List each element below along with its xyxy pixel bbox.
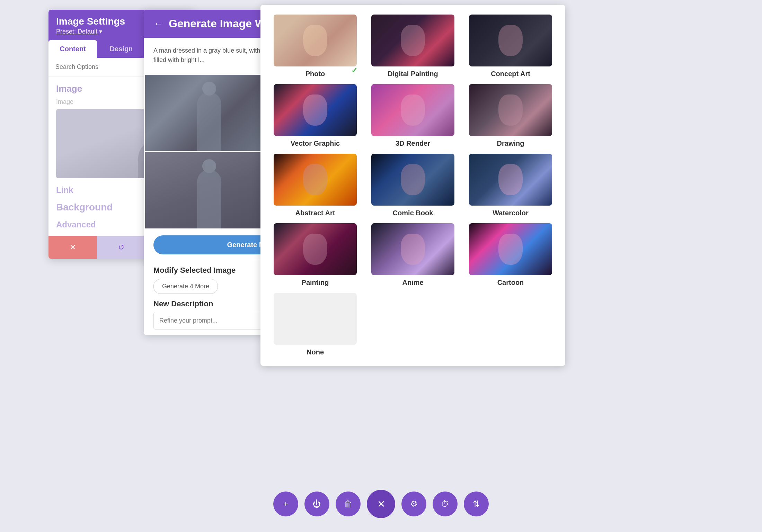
delete-button[interactable]: 🗑 — [336, 492, 361, 516]
style-label-cartoon: Cartoon — [497, 279, 524, 287]
tab-content[interactable]: Content — [48, 40, 97, 58]
person-figure-1 — [197, 92, 221, 151]
style-label-photo: Photo — [305, 70, 325, 78]
style-image-digital — [371, 15, 454, 66]
add-button[interactable]: + — [273, 492, 298, 516]
style-item-photo[interactable]: Photo ✓ — [270, 15, 360, 78]
adjust-icon: ⇅ — [473, 499, 480, 509]
abstract-face — [303, 164, 327, 195]
panel-title: Image Settings — [56, 16, 125, 27]
style-label-anime: Anime — [402, 279, 423, 287]
style-item-3d-render[interactable]: 3D Render — [368, 84, 458, 147]
adjust-button[interactable]: ⇅ — [464, 492, 489, 516]
undo-button[interactable]: ↺ — [97, 236, 145, 259]
style-label-none: None — [307, 348, 324, 356]
style-image-comic — [371, 154, 454, 206]
style-image-none — [274, 293, 357, 345]
style-image-cartoon — [469, 223, 552, 275]
style-label-drawing: Drawing — [497, 139, 524, 147]
style-image-vector — [274, 84, 357, 136]
style-item-none[interactable]: None — [270, 293, 360, 356]
panel-preset: Preset: Default ▾ — [56, 28, 125, 35]
photo-face — [303, 25, 327, 56]
style-item-cartoon[interactable]: Cartoon — [466, 223, 556, 287]
power-button[interactable]: ⏻ — [304, 492, 329, 516]
add-icon: + — [283, 499, 288, 509]
style-item-abstract-art[interactable]: Abstract Art — [270, 154, 360, 217]
drawing-face — [498, 94, 523, 126]
generate-4-more-button[interactable]: Generate 4 More — [153, 279, 218, 294]
gear-icon: ⚙ — [410, 499, 418, 509]
style-item-vector-graphic[interactable]: Vector Graphic — [270, 84, 360, 147]
close-button[interactable]: ✕ — [367, 490, 395, 518]
back-arrow-icon[interactable]: ← — [153, 18, 163, 29]
power-icon: ⏻ — [313, 499, 321, 509]
cancel-button[interactable]: ✕ — [48, 236, 97, 259]
vector-face — [303, 94, 327, 126]
style-image-drawing — [469, 84, 552, 136]
style-label-watercolor: Watercolor — [493, 209, 529, 217]
style-image-photo — [274, 15, 357, 66]
style-check-photo: ✓ — [351, 66, 357, 75]
style-label-3drender: 3D Render — [396, 139, 430, 147]
style-image-abstract — [274, 154, 357, 206]
settings-button[interactable]: ⚙ — [401, 492, 426, 516]
style-item-painting[interactable]: Painting — [270, 223, 360, 287]
person-head-3 — [202, 159, 216, 173]
bottom-toolbar: + ⏻ 🗑 ✕ ⚙ ⏱ ⇅ — [273, 490, 489, 518]
style-item-drawing[interactable]: Drawing — [466, 84, 556, 147]
cartoon-face — [498, 234, 523, 265]
concept-face — [498, 25, 523, 56]
style-label-vector: Vector Graphic — [291, 139, 340, 147]
person-figure-3 — [197, 170, 221, 228]
generated-image-3[interactable] — [145, 152, 273, 228]
style-image-painting — [274, 223, 357, 275]
trash-icon: 🗑 — [344, 499, 352, 509]
style-label-abstract: Abstract Art — [295, 209, 335, 217]
style-label-comic: Comic Book — [393, 209, 433, 217]
style-label-painting: Painting — [302, 279, 329, 287]
style-item-digital-painting[interactable]: Digital Painting — [368, 15, 458, 78]
style-image-watercolor — [469, 154, 552, 206]
3drender-face — [401, 94, 425, 126]
anime-face — [401, 234, 425, 265]
style-item-anime[interactable]: Anime — [368, 223, 458, 287]
generated-image-1[interactable] — [145, 75, 273, 151]
digital-face — [401, 25, 425, 56]
panel-header-content: Image Settings Preset: Default ▾ — [56, 16, 125, 35]
watercolor-face — [498, 164, 523, 195]
timer-icon: ⏱ — [441, 499, 449, 509]
style-item-comic-book[interactable]: Comic Book — [368, 154, 458, 217]
timer-button[interactable]: ⏱ — [433, 492, 458, 516]
style-item-watercolor[interactable]: Watercolor — [466, 154, 556, 217]
comic-face — [401, 164, 425, 195]
style-label-concept: Concept Art — [491, 70, 530, 78]
close-icon: ✕ — [377, 498, 385, 510]
style-image-3drender — [371, 84, 454, 136]
person-head-1 — [202, 82, 216, 96]
style-image-anime — [371, 223, 454, 275]
tab-design[interactable]: Design — [97, 40, 145, 58]
style-picker-panel: Photo ✓ Digital Painting Concept Art Vec… — [260, 5, 565, 366]
style-image-concept — [469, 15, 552, 66]
style-label-digital: Digital Painting — [388, 70, 438, 78]
style-grid: Photo ✓ Digital Painting Concept Art Vec… — [270, 15, 556, 356]
painting-face — [303, 234, 327, 265]
style-item-concept-art[interactable]: Concept Art — [466, 15, 556, 78]
